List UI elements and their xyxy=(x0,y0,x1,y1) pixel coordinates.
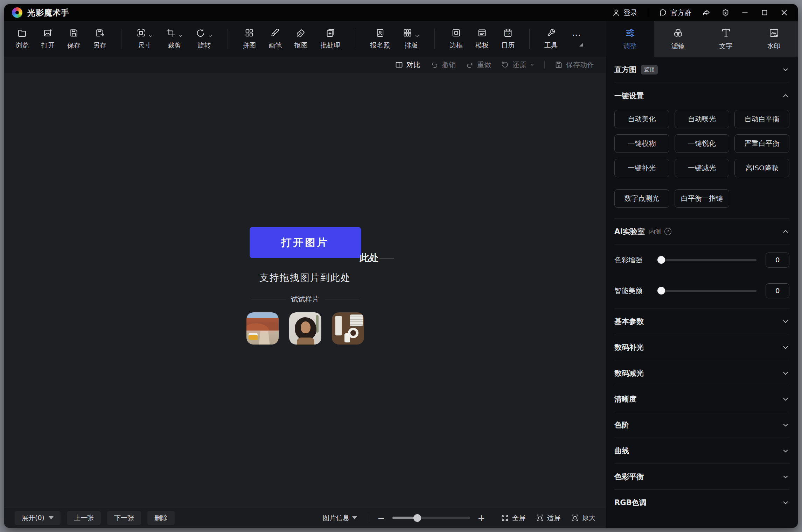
severe-white-balance-button[interactable]: 严重白平衡 xyxy=(734,134,789,153)
toolbar-cutout[interactable]: 抠图 xyxy=(294,28,308,50)
section-clarity[interactable]: 清晰度 xyxy=(614,386,789,412)
smart-beauty-slider[interactable] xyxy=(659,290,756,292)
section-digital-dim-light[interactable]: 数码减光 xyxy=(614,360,789,386)
toolbar-size[interactable]: 尺寸 xyxy=(136,28,153,50)
one-click-dim-light-button[interactable]: 一键减光 xyxy=(675,159,730,177)
undo-button[interactable]: 撤销 xyxy=(430,60,456,70)
close-button[interactable] xyxy=(780,8,789,17)
color-enhance-slider-thumb[interactable] xyxy=(657,256,665,264)
original-size-icon xyxy=(571,514,579,522)
toolbar-open[interactable]: 打开 xyxy=(41,28,55,50)
sample-photo-smiling-woman[interactable] xyxy=(289,312,321,345)
chevron-down-icon xyxy=(782,395,789,403)
previous-image-button[interactable]: 上一张 xyxy=(67,511,101,525)
toolbar-separator xyxy=(434,29,435,49)
toolbar-crop[interactable]: 裁剪 xyxy=(166,28,183,50)
auto-beautify-button[interactable]: 自动美化 xyxy=(614,110,669,128)
one-click-fill-light-button[interactable]: 一键补光 xyxy=(614,159,669,177)
sample-photo-desk-flatlay[interactable] xyxy=(332,312,364,345)
brush-icon xyxy=(270,28,280,38)
delete-image-button[interactable]: 删除 xyxy=(147,511,175,525)
save-action-icon xyxy=(555,61,563,69)
beta-tag: 内测 xyxy=(649,227,662,236)
one-click-blur-button[interactable]: 一键模糊 xyxy=(614,134,669,153)
smart-beauty-value[interactable]: 0 xyxy=(766,283,789,298)
toolbar-save[interactable]: 保存 xyxy=(67,28,81,50)
chevron-down-icon xyxy=(782,343,789,351)
collage-icon xyxy=(244,28,254,38)
stray-drag-hint-fragment: 此处 xyxy=(360,251,379,264)
sample-photo-desert-van[interactable] xyxy=(246,312,279,345)
official-group-button[interactable]: 官方群 xyxy=(659,8,691,17)
toolbar-more-button[interactable]: ⋯ xyxy=(570,31,583,47)
save-action-button[interactable]: 保存动作 xyxy=(555,60,594,70)
auto-white-balance-button[interactable]: 自动白平衡 xyxy=(734,110,789,128)
zoom-in-button[interactable]: + xyxy=(477,513,486,523)
toolbar-id-photo[interactable]: 报名照 xyxy=(370,28,390,50)
smart-beauty-slider-row: 智能美颜 0 xyxy=(614,275,789,306)
color-enhance-slider[interactable] xyxy=(659,259,756,261)
toolbar-border[interactable]: 边框 xyxy=(449,28,463,50)
section-levels[interactable]: 色阶 xyxy=(614,412,789,438)
one-click-sharpen-button[interactable]: 一键锐化 xyxy=(675,134,730,153)
title-bar: 光影魔术手 登录 官方群 xyxy=(4,4,798,21)
fit-screen-button[interactable]: 适屏 xyxy=(536,513,560,523)
chevron-down-icon xyxy=(782,421,789,429)
section-histogram[interactable]: 直方图 置顶 xyxy=(614,57,789,83)
section-rgb-tone[interactable]: RGB色调 xyxy=(614,489,789,515)
original-size-button[interactable]: 原大 xyxy=(571,513,595,523)
fullscreen-button[interactable]: 全屏 xyxy=(501,513,525,523)
toolbar-rotate[interactable]: 旋转 xyxy=(196,28,213,50)
tab-filters[interactable]: 滤镜 xyxy=(654,21,702,57)
toolbar-calendar[interactable]: 12 日历 xyxy=(501,28,515,50)
redo-button[interactable]: 重做 xyxy=(466,60,491,70)
zoom-slider[interactable] xyxy=(392,517,470,519)
section-one-click-settings[interactable]: 一键设置 xyxy=(614,83,789,108)
white-balance-one-key-button[interactable]: 白平衡一指键 xyxy=(675,189,730,208)
image-info-dropdown[interactable]: 图片信息 xyxy=(323,513,357,523)
auto-exposure-button[interactable]: 自动曝光 xyxy=(675,110,730,128)
bottom-bar: 展开(0) 上一张 下一张 删除 图片信息 − xyxy=(4,508,606,528)
color-enhance-value[interactable]: 0 xyxy=(766,253,789,268)
id-photo-icon xyxy=(375,28,385,38)
login-button[interactable]: 登录 xyxy=(612,8,637,17)
high-iso-denoise-button[interactable]: 高ISO降噪 xyxy=(734,159,789,177)
toolbar-batch[interactable]: 批处理 xyxy=(320,28,340,50)
toolbar-template[interactable]: 模板 xyxy=(475,28,489,50)
toolbar-browse[interactable]: 浏览 xyxy=(15,28,29,50)
chevron-up-icon xyxy=(782,228,789,235)
maximize-button[interactable] xyxy=(760,8,769,17)
tab-watermark[interactable]: 水印 xyxy=(750,21,798,57)
section-curves[interactable]: 曲线 xyxy=(614,438,789,463)
chevron-up-icon xyxy=(782,92,789,100)
section-basic-params[interactable]: 基本参数 xyxy=(614,308,789,334)
undo-icon xyxy=(430,61,439,69)
smart-beauty-slider-thumb[interactable] xyxy=(657,287,665,295)
open-image-button[interactable]: 打开图片 xyxy=(250,227,361,258)
toolbar-brush[interactable]: 画笔 xyxy=(269,28,282,50)
compare-button[interactable]: 对比 xyxy=(395,60,420,70)
restore-button[interactable]: 还原 xyxy=(501,60,535,70)
toolbar-tools[interactable]: 工具 xyxy=(544,28,558,50)
zoom-slider-thumb[interactable] xyxy=(413,514,421,522)
section-ai-lab[interactable]: AI实验室 内测 ? xyxy=(614,218,789,244)
template-icon xyxy=(477,28,487,38)
toolbar-layout[interactable]: 排版 xyxy=(403,28,420,50)
share-button[interactable] xyxy=(702,8,711,17)
settings-button[interactable] xyxy=(721,8,730,17)
tab-adjust[interactable]: 调整 xyxy=(606,21,654,57)
zoom-out-button[interactable]: − xyxy=(377,513,385,523)
next-image-button[interactable]: 下一张 xyxy=(107,511,141,525)
section-digital-fill-light[interactable]: 数码补光 xyxy=(614,334,789,360)
tab-text[interactable]: 文字 xyxy=(702,21,750,57)
chevron-down-icon xyxy=(782,318,789,325)
toolbar-collage[interactable]: 拼图 xyxy=(243,28,256,50)
toolbar-separator xyxy=(529,29,530,49)
digital-spot-metering-button[interactable]: 数字点测光 xyxy=(614,189,669,208)
toolbar-separator xyxy=(228,29,228,49)
expand-filmstrip-button[interactable]: 展开(0) xyxy=(15,511,61,525)
section-color-balance[interactable]: 色彩平衡 xyxy=(614,463,789,489)
minimize-button[interactable] xyxy=(740,8,749,17)
toolbar-save-as[interactable]: 另存 xyxy=(93,28,106,50)
divider-line xyxy=(325,299,359,299)
